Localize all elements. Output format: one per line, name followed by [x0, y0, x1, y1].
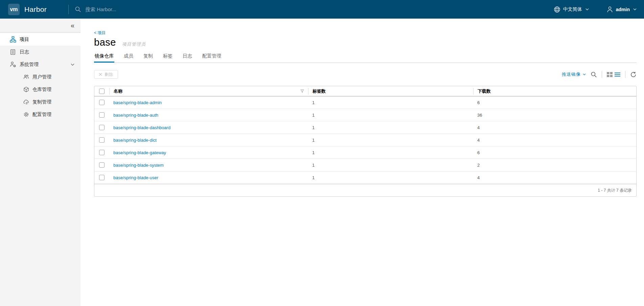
- admin-icon: [9, 61, 16, 68]
- users-icon: [23, 74, 29, 80]
- table-footer: 1 - 7 共计 7 条记录: [94, 184, 636, 196]
- table-row: base/spring-blade-dict 1 4: [94, 134, 636, 146]
- tab-members[interactable]: 成员: [123, 51, 134, 63]
- repo-link[interactable]: base/spring-blade-dashboard: [113, 125, 170, 130]
- tags-count: 1: [308, 175, 473, 180]
- tab-labels[interactable]: 标签: [162, 51, 173, 63]
- user-menu[interactable]: admin: [606, 6, 637, 13]
- row-checkbox[interactable]: [99, 137, 105, 143]
- downloads-count: 4: [473, 125, 636, 130]
- sidebar-item-label: 仓库管理: [32, 87, 51, 93]
- tab-repositories[interactable]: 镜像仓库: [94, 51, 114, 63]
- row-checkbox[interactable]: [99, 125, 105, 130]
- replication-icon: [23, 99, 29, 105]
- language-selector[interactable]: 中文简体: [554, 6, 589, 13]
- repo-link[interactable]: base/spring-blade-auth: [113, 113, 158, 118]
- sidebar-item-label: 项目: [20, 37, 29, 43]
- sidebar-item-label: 配置管理: [32, 112, 51, 118]
- downloads-count: 6: [473, 150, 636, 155]
- toolbar-divider: [602, 71, 602, 78]
- downloads-count: 6: [473, 100, 636, 105]
- user-name: admin: [616, 7, 630, 12]
- chevron-down-icon: [71, 63, 74, 66]
- toolbar-divider: [625, 71, 625, 78]
- close-icon: [99, 73, 102, 76]
- tab-replication[interactable]: 复制: [143, 51, 154, 63]
- sidebar-item-label: 复制管理: [32, 99, 51, 105]
- search-repositories-icon[interactable]: [591, 71, 597, 78]
- tags-count: 1: [308, 100, 473, 105]
- role-badge: 项目管理员: [122, 41, 146, 47]
- repo-link[interactable]: base/spring-blade-system: [113, 163, 164, 168]
- header-actions: 中文简体 admin: [554, 6, 644, 13]
- sidebar-collapse-row: «: [0, 19, 80, 32]
- user-icon: [606, 6, 613, 13]
- table-row: base/spring-blade-dashboard 1 4: [94, 121, 636, 134]
- sidebar-item-administration[interactable]: 系统管理: [0, 58, 80, 71]
- config-icon: [23, 112, 29, 118]
- refresh-icon[interactable]: [630, 71, 637, 78]
- filter-icon[interactable]: [300, 89, 304, 93]
- select-all-checkbox[interactable]: [99, 89, 105, 94]
- global-search: [75, 6, 554, 13]
- header-divider: [68, 5, 69, 14]
- repo-link[interactable]: base/spring-blade-gateway: [113, 150, 166, 155]
- search-input[interactable]: [85, 6, 227, 12]
- tags-count: 1: [308, 163, 473, 168]
- repositories-table: 名称 标签数 下载数 base/spring-blade-admin: [94, 86, 637, 197]
- row-checkbox[interactable]: [99, 150, 105, 155]
- breadcrumb-projects-link[interactable]: < 项目: [94, 30, 106, 36]
- tags-count: 1: [308, 125, 473, 130]
- page-title: base: [94, 37, 116, 48]
- sidebar-item-registry-management[interactable]: 仓库管理: [0, 83, 80, 96]
- list-view-icon[interactable]: [615, 72, 620, 77]
- vmware-logo-icon: vm: [8, 4, 20, 15]
- delete-button[interactable]: 删除: [94, 70, 118, 79]
- downloads-count: 36: [473, 113, 636, 118]
- chevron-down-icon: [583, 73, 586, 75]
- row-checkbox[interactable]: [99, 162, 105, 168]
- search-icon: [75, 6, 81, 13]
- tab-logs[interactable]: 日志: [182, 51, 193, 63]
- table-row: base/spring-blade-system 1 2: [94, 159, 636, 171]
- registry-icon: [23, 87, 29, 93]
- sidebar-item-label: 系统管理: [20, 62, 39, 68]
- tags-count: 1: [308, 150, 473, 155]
- table-row: base/spring-blade-user 1 4: [94, 171, 636, 184]
- sidebar-item-label: 用户管理: [32, 74, 51, 80]
- chevron-down-icon: [633, 8, 637, 10]
- column-header-tags: 标签数: [308, 88, 473, 95]
- row-checkbox[interactable]: [99, 100, 105, 105]
- sidebar-item-configuration-management[interactable]: 配置管理: [0, 108, 80, 121]
- sidebar-item-user-management[interactable]: 用户管理: [0, 71, 80, 83]
- downloads-count: 4: [473, 175, 636, 180]
- repo-link[interactable]: base/spring-blade-admin: [113, 100, 162, 105]
- table-row: base/spring-blade-admin 1 6: [94, 96, 636, 109]
- project-tabs: 镜像仓库 成员 复制 标签 日志 配置管理: [94, 51, 637, 63]
- administration-submenu: 用户管理 仓库管理: [0, 71, 80, 121]
- row-checkbox[interactable]: [99, 175, 105, 180]
- tab-configuration[interactable]: 配置管理: [202, 51, 222, 63]
- column-header-downloads: 下载数: [473, 88, 636, 95]
- repo-link[interactable]: base/spring-blade-dict: [113, 138, 157, 143]
- repo-link[interactable]: base/spring-blade-user: [113, 175, 158, 180]
- push-image-dropdown[interactable]: 推送镜像: [562, 71, 586, 77]
- sidebar-item-projects[interactable]: 项目: [0, 33, 80, 46]
- table-row: base/spring-blade-gateway 1 6: [94, 146, 636, 159]
- sidebar-item-replication-management[interactable]: 复制管理: [0, 96, 80, 108]
- language-label: 中文简体: [563, 6, 582, 13]
- table-header: 名称 标签数 下载数: [94, 86, 636, 96]
- harbor-logo[interactable]: vm Harbor: [0, 4, 68, 15]
- app-header: vm Harbor 中文简体: [0, 0, 644, 19]
- collapse-sidebar-button[interactable]: «: [71, 22, 74, 29]
- repository-toolbar: 删除 推送镜像: [94, 70, 637, 79]
- sidebar-item-logs[interactable]: 日志: [0, 46, 80, 58]
- row-checkbox[interactable]: [99, 112, 105, 118]
- downloads-count: 2: [473, 163, 636, 168]
- globe-icon: [554, 6, 560, 13]
- main-content: < 项目 base 项目管理员 镜像仓库 成员 复制 标签 日志 配置管理 删除: [80, 19, 644, 306]
- app-title: Harbor: [24, 5, 47, 14]
- card-view-icon[interactable]: [607, 72, 613, 77]
- tags-count: 1: [308, 113, 473, 118]
- table-row: base/spring-blade-auth 1 36: [94, 109, 636, 121]
